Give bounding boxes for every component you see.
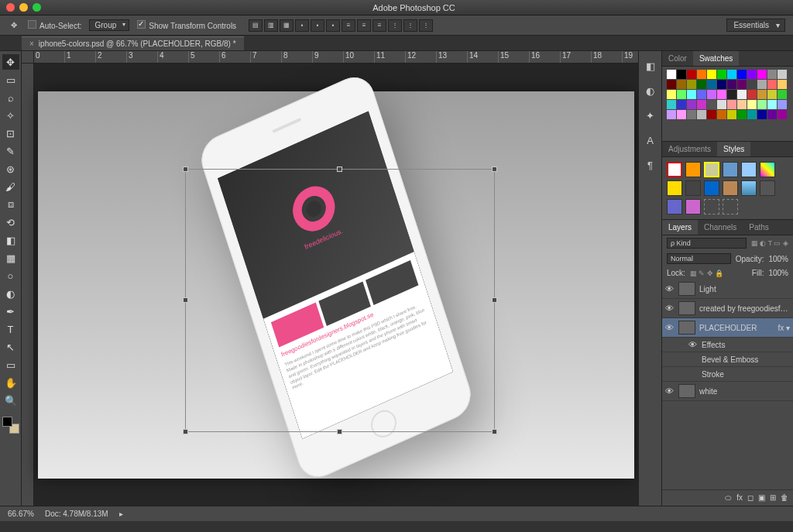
swatch[interactable]: [717, 90, 726, 99]
stamp-tool[interactable]: ⧈: [2, 197, 19, 212]
swatch[interactable]: [697, 80, 706, 89]
layer-thumbnail[interactable]: [678, 301, 695, 315]
swatch[interactable]: [667, 80, 676, 89]
swatch[interactable]: [757, 70, 767, 79]
swatch[interactable]: [757, 80, 767, 89]
styles-tab[interactable]: Styles: [717, 142, 750, 156]
layer-thumbnail[interactable]: [678, 321, 695, 335]
layer-row[interactable]: 👁Effects: [662, 338, 793, 352]
canvas-area[interactable]: 01234567891011121314151617181920212223 f…: [22, 51, 638, 506]
distribute-icon[interactable]: ≡: [372, 19, 386, 32]
swatches-tab[interactable]: Swatches: [693, 51, 739, 66]
style-swatch[interactable]: [704, 162, 719, 177]
color-picker[interactable]: [2, 417, 19, 434]
visibility-icon[interactable]: 👁: [665, 304, 675, 313]
minimize-window-button[interactable]: [19, 3, 28, 12]
layer-row[interactable]: 👁PLACEHOLDERfx ▾: [662, 318, 793, 338]
layer-row[interactable]: 👁Light: [662, 280, 793, 299]
type-tool[interactable]: T: [2, 321, 19, 337]
auto-select-mode-select[interactable]: Group: [89, 19, 129, 31]
swatch[interactable]: [737, 70, 747, 79]
swatch[interactable]: [778, 80, 787, 89]
swatch[interactable]: [687, 70, 696, 79]
swatch[interactable]: [767, 70, 777, 79]
transform-handle[interactable]: [183, 429, 188, 434]
zoom-tool[interactable]: 🔍: [2, 393, 19, 408]
transform-handle[interactable]: [492, 297, 497, 303]
layer-fx-indicator[interactable]: fx ▾: [778, 324, 790, 332]
dodge-tool[interactable]: ◐: [2, 286, 19, 301]
ruler-horizontal[interactable]: 01234567891011121314151617181920212223: [34, 51, 638, 63]
layer-filter-kind[interactable]: ρ Kind: [667, 238, 747, 249]
swatch[interactable]: [687, 110, 696, 119]
style-swatch[interactable]: [741, 162, 757, 177]
style-swatch[interactable]: [704, 199, 719, 215]
transform-handle[interactable]: [492, 429, 497, 434]
swatch[interactable]: [778, 110, 787, 119]
style-swatch[interactable]: [685, 162, 701, 177]
history-brush-tool[interactable]: ⟲: [2, 215, 19, 230]
swatch[interactable]: [707, 90, 716, 99]
layer-fx-icon[interactable]: fx: [736, 493, 743, 503]
marquee-tool[interactable]: ▭: [2, 72, 19, 88]
swatch[interactable]: [767, 100, 777, 109]
shape-tool[interactable]: ▭: [2, 357, 19, 372]
gradient-tool[interactable]: ▦: [2, 250, 19, 266]
properties-panel-icon[interactable]: ◐: [642, 82, 659, 99]
show-transform-checkbox[interactable]: Show Transform Controls: [137, 20, 236, 30]
style-swatch[interactable]: [685, 199, 701, 215]
character-panel-icon[interactable]: A: [642, 132, 659, 149]
style-swatch[interactable]: [760, 162, 775, 177]
swatch[interactable]: [727, 90, 736, 99]
swatch[interactable]: [677, 110, 686, 119]
swatch[interactable]: [757, 110, 767, 119]
new-layer-icon[interactable]: ⊞: [770, 493, 776, 503]
swatch[interactable]: [727, 100, 736, 109]
paths-tab[interactable]: Paths: [743, 220, 775, 235]
swatch[interactable]: [757, 100, 767, 109]
distribute-icon[interactable]: ⋮: [388, 19, 402, 32]
swatch[interactable]: [757, 90, 767, 99]
swatch[interactable]: [697, 70, 706, 79]
layer-row[interactable]: 👁created by freegoodiesforde...: [662, 299, 793, 318]
layer-mask-icon[interactable]: ◻: [747, 493, 754, 503]
transform-handle[interactable]: [183, 297, 188, 303]
lasso-tool[interactable]: ⌕: [2, 90, 19, 105]
hand-tool[interactable]: ✋: [2, 375, 19, 390]
align-icon[interactable]: ▦: [280, 19, 294, 32]
document-canvas[interactable]: freedelicious. freegoodiesfordesigners.b…: [38, 91, 634, 479]
swatch[interactable]: [747, 100, 757, 109]
swatch[interactable]: [707, 80, 716, 89]
zoom-level[interactable]: 66.67%: [8, 510, 34, 518]
move-tool[interactable]: ✥: [2, 54, 19, 70]
style-swatch[interactable]: [723, 162, 738, 177]
swatch[interactable]: [717, 110, 726, 119]
swatch[interactable]: [707, 110, 716, 119]
visibility-icon[interactable]: 👁: [665, 284, 675, 293]
workspace-select[interactable]: Essentials: [726, 19, 785, 32]
align-icon[interactable]: ▤: [249, 19, 263, 32]
swatch[interactable]: [687, 90, 696, 99]
brushes-panel-icon[interactable]: ✦: [642, 107, 659, 124]
healing-tool[interactable]: ⊛: [2, 161, 19, 177]
wand-tool[interactable]: ✧: [2, 108, 19, 123]
layer-row[interactable]: 👁Bevel & Emboss: [662, 352, 793, 367]
ruler-origin[interactable]: [22, 51, 34, 63]
layer-row[interactable]: 👁Stroke: [662, 367, 793, 382]
history-panel-icon[interactable]: ◧: [642, 57, 659, 74]
swatch[interactable]: [727, 80, 736, 89]
transform-handle[interactable]: [492, 166, 497, 172]
distribute-icon[interactable]: ⋮: [403, 19, 417, 32]
link-layers-icon[interactable]: ⬭: [725, 493, 732, 503]
swatch[interactable]: [667, 70, 676, 79]
style-swatch[interactable]: [723, 199, 738, 215]
eraser-tool[interactable]: ◧: [2, 232, 19, 248]
swatch[interactable]: [687, 80, 696, 89]
visibility-icon[interactable]: 👁: [665, 323, 675, 332]
opacity-value[interactable]: 100%: [768, 255, 788, 263]
swatch[interactable]: [778, 90, 787, 99]
zoom-window-button[interactable]: [33, 3, 41, 12]
swatch[interactable]: [697, 100, 706, 109]
swatch[interactable]: [677, 90, 686, 99]
swatch[interactable]: [677, 100, 686, 109]
